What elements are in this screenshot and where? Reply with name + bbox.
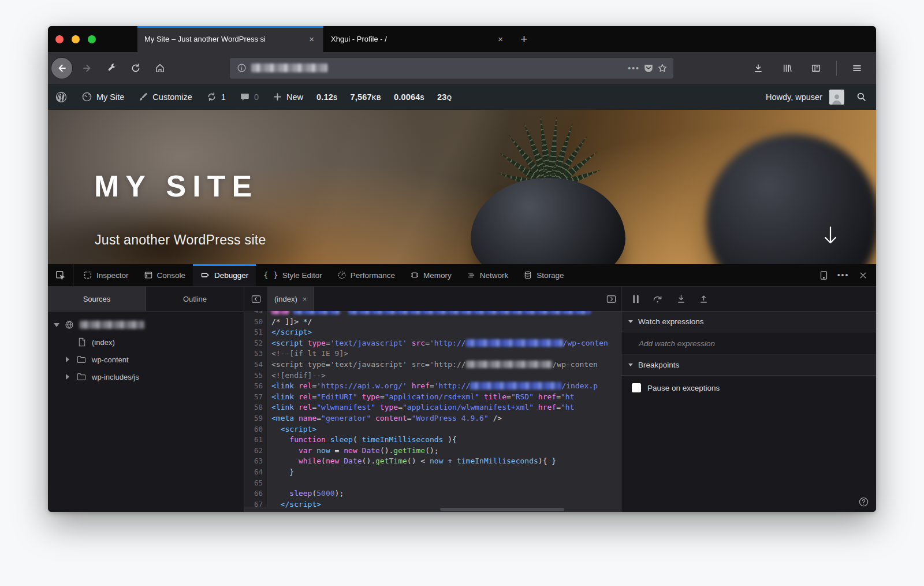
forward-button[interactable] — [78, 59, 96, 77]
line-number[interactable]: 54 — [244, 359, 263, 370]
close-window-button[interactable] — [55, 35, 64, 43]
code-line — [271, 311, 621, 317]
step-over-button[interactable] — [653, 294, 664, 303]
line-number[interactable]: 55 — [244, 370, 263, 381]
tree-item-domain[interactable] — [48, 316, 244, 333]
step-in-button[interactable] — [676, 294, 686, 303]
breakpoints-header[interactable]: Breakpoints — [621, 355, 876, 376]
panel-collapse-right-icon — [606, 295, 616, 303]
search-icon[interactable] — [856, 91, 867, 102]
site-title[interactable]: MY SITE — [94, 169, 258, 203]
code-line: </script> — [271, 327, 621, 338]
tree-item-index[interactable]: (index) — [48, 333, 244, 351]
zoom-window-button[interactable] — [88, 35, 96, 43]
redacted-text — [470, 382, 561, 390]
wp-site-menu[interactable]: My Site — [81, 91, 124, 102]
wp-new-content-menu[interactable]: New — [273, 92, 303, 102]
tab-close-icon[interactable]: × — [494, 33, 506, 45]
devtools-tab-storage[interactable]: Storage — [516, 264, 571, 286]
line-number[interactable]: 50 — [244, 317, 263, 328]
sidebars-icon — [811, 63, 821, 73]
library-button[interactable] — [778, 59, 796, 77]
add-watch-expression-input[interactable]: Add watch expression — [621, 332, 876, 355]
avatar[interactable] — [829, 90, 844, 105]
wp-comments-menu[interactable]: 0 — [240, 92, 259, 102]
horizontal-scrollbar[interactable] — [440, 508, 564, 511]
browser-tab-active[interactable]: My Site – Just another WordPress si × — [137, 26, 323, 52]
page-tools-button[interactable] — [102, 59, 121, 77]
scroll-down-arrow-icon[interactable] — [822, 225, 839, 245]
devtools-close-button[interactable] — [854, 266, 871, 284]
outline-tab[interactable]: Outline — [146, 287, 244, 311]
line-number[interactable]: 61 — [244, 435, 263, 446]
code-scroll-area[interactable]: 49505152535455565758596061626364656667 /… — [244, 311, 621, 512]
element-picker-button[interactable] — [48, 264, 73, 286]
url-bar[interactable]: ••• — [230, 58, 673, 79]
wp-logo-menu[interactable] — [55, 91, 68, 103]
line-number[interactable]: 64 — [244, 467, 263, 478]
responsive-mode-button[interactable] — [815, 266, 832, 284]
line-number[interactable]: 57 — [244, 392, 263, 403]
line-number[interactable]: 65 — [244, 478, 263, 489]
new-tab-button[interactable]: + — [512, 26, 536, 52]
collapse-right-panel-button[interactable] — [601, 295, 621, 303]
minimize-window-button[interactable] — [72, 35, 80, 43]
sources-tab[interactable]: Sources — [48, 287, 146, 311]
line-number[interactable]: 58 — [244, 402, 263, 413]
wp-customize-link[interactable]: Customize — [138, 92, 192, 102]
devtools-menu-button[interactable]: ••• — [834, 266, 852, 284]
line-number[interactable]: 60 — [244, 424, 263, 435]
qm-db-time[interactable]: 0.0064s — [394, 92, 424, 102]
collapse-sources-panel-button[interactable] — [244, 295, 267, 303]
sidebars-button[interactable] — [807, 59, 825, 77]
debugger-sidebar: Watch expressions Add watch expression B… — [621, 287, 876, 512]
download-button[interactable] — [749, 59, 767, 77]
pause-on-exceptions-checkbox[interactable] — [632, 383, 641, 392]
watch-expressions-header[interactable]: Watch expressions — [621, 311, 876, 332]
tab-close-icon[interactable]: × — [305, 33, 318, 45]
qm-page-time[interactable]: 0.12s — [316, 92, 338, 102]
devtools-tab-performance[interactable]: Performance — [330, 264, 403, 286]
devtools-tab-memory[interactable]: Memory — [403, 264, 459, 286]
line-number[interactable]: 56 — [244, 381, 263, 392]
tree-item-wp-includes[interactable]: wp-includes/js — [48, 368, 244, 385]
reload-button[interactable] — [126, 59, 145, 77]
menu-button[interactable] — [848, 59, 866, 77]
browser-tab-inactive[interactable]: Xhgui - Profile - / × — [323, 26, 512, 52]
page-actions-icon[interactable]: ••• — [628, 64, 640, 73]
line-number[interactable]: 52 — [244, 338, 263, 349]
wp-updates-menu[interactable]: 1 — [206, 91, 226, 102]
step-out-button[interactable] — [699, 294, 709, 303]
line-number[interactable]: 53 — [244, 348, 263, 359]
help-button[interactable] — [858, 496, 869, 507]
line-number[interactable]: 67 — [244, 499, 263, 510]
editor-code[interactable]: /* ]]> */</script><script type='text/jav… — [267, 311, 621, 507]
qm-memory[interactable]: 7,567kb — [351, 92, 381, 102]
tree-item-label: wp-includes/js — [92, 373, 139, 381]
editor-tab-close-icon[interactable]: × — [303, 295, 307, 303]
editor-tab-index[interactable]: (index) × — [267, 287, 314, 311]
home-button[interactable] — [151, 59, 169, 77]
devtools-tab-debugger[interactable]: Debugger — [193, 264, 256, 286]
line-number[interactable]: 51 — [244, 327, 263, 338]
tree-item-wp-content[interactable]: wp-content — [48, 351, 244, 368]
line-number[interactable]: 49 — [244, 311, 263, 317]
devtools-tab-style-editor[interactable]: { } Style Editor — [256, 264, 329, 286]
caret-right-icon — [65, 357, 70, 362]
line-number[interactable]: 66 — [244, 488, 263, 499]
pocket-icon[interactable] — [643, 63, 654, 73]
bookmark-star-icon[interactable] — [657, 63, 668, 73]
line-number[interactable]: 59 — [244, 413, 263, 424]
site-info-icon[interactable] — [237, 63, 247, 73]
devtools-tab-console[interactable]: Console — [136, 264, 193, 286]
dashboard-gauge-icon — [81, 91, 92, 102]
line-number[interactable]: 62 — [244, 446, 263, 457]
line-number[interactable]: 63 — [244, 456, 263, 467]
devtools-tab-inspector[interactable]: Inspector — [76, 264, 136, 286]
qm-query-count[interactable]: 23q — [437, 92, 452, 102]
back-button[interactable] — [51, 58, 72, 79]
wp-admin-bar: My Site Customize 1 0 New 0.12s — [48, 84, 876, 110]
howdy-greeting[interactable]: Howdy, wpuser — [766, 92, 822, 102]
pause-button[interactable] — [632, 295, 640, 303]
devtools-tab-network[interactable]: Network — [459, 264, 516, 286]
